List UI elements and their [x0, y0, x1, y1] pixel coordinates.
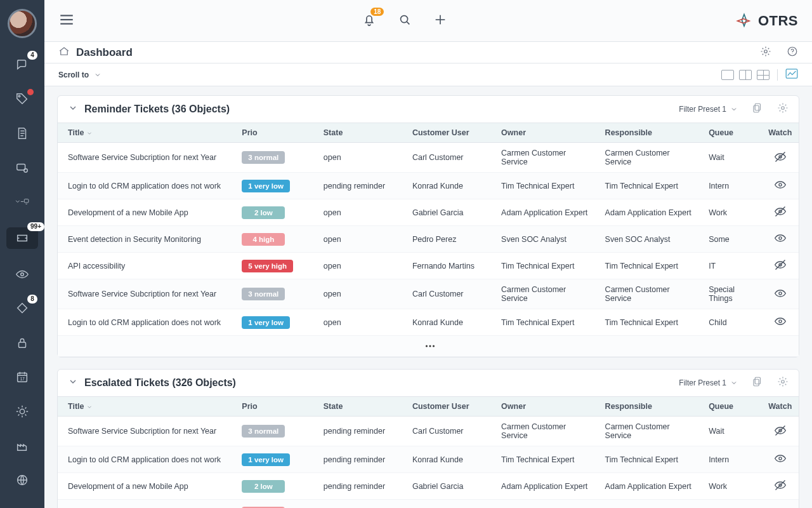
- watch-toggle[interactable]: [762, 309, 799, 336]
- cell-queue: Wait: [702, 143, 761, 173]
- sidebar-gear-cluster-icon[interactable]: [13, 403, 31, 420]
- sidebar-globe-icon[interactable]: [13, 471, 31, 489]
- sidebar-tag-icon[interactable]: [13, 90, 31, 108]
- section-settings-icon[interactable]: [777, 376, 789, 390]
- watch-toggle[interactable]: [762, 143, 799, 173]
- collapse-chevron-icon[interactable]: [68, 103, 78, 116]
- priority-badge: 2 low: [242, 206, 285, 219]
- cell-responsible: Adam Application Expert: [599, 473, 703, 500]
- copy-list-icon[interactable]: [752, 102, 763, 116]
- cell-title: Event detection in Security Monitoring: [58, 500, 235, 509]
- watch-toggle[interactable]: [762, 417, 799, 446]
- filter-preset-dropdown[interactable]: Filter Preset 1: [679, 105, 738, 114]
- column-header[interactable]: Owner: [495, 397, 599, 417]
- tickets-badge: 99+: [27, 222, 44, 231]
- sidebar-factory-icon[interactable]: [13, 437, 31, 455]
- page-title: Dashboard: [76, 46, 133, 59]
- notifications-bell-icon[interactable]: 18: [362, 13, 376, 29]
- add-icon[interactable]: [433, 13, 447, 29]
- table-row[interactable]: Software Service Subcription for next Ye…: [58, 279, 799, 309]
- cell-customer: Fernando Martins: [406, 253, 495, 279]
- cell-state: pending reminder: [317, 500, 406, 509]
- table-row[interactable]: Software Service Subcription for next Ye…: [58, 143, 799, 173]
- filter-preset-dropdown[interactable]: Filter Preset 1: [679, 378, 738, 387]
- layout-grid-icon[interactable]: [757, 70, 769, 80]
- column-header[interactable]: Responsible: [599, 123, 703, 143]
- search-icon[interactable]: [398, 13, 412, 29]
- cell-responsible: Carmen Customer Service: [599, 143, 703, 173]
- watch-toggle[interactable]: [762, 446, 799, 473]
- cell-owner: Carmen Customer Service: [495, 417, 599, 446]
- column-header[interactable]: Customer User: [406, 397, 495, 417]
- sidebar-cards-icon[interactable]: [13, 159, 31, 177]
- cell-queue: Work: [702, 473, 761, 500]
- priority-badge: 3 normal: [242, 288, 285, 300]
- cell-owner: Tim Technical Expert: [495, 446, 599, 473]
- column-header[interactable]: Watch: [762, 123, 799, 143]
- column-header[interactable]: Responsible: [599, 397, 703, 417]
- load-more-icon[interactable]: [58, 336, 799, 357]
- sidebar-diamond-icon[interactable]: 8: [13, 300, 31, 318]
- column-header[interactable]: Queue: [702, 123, 761, 143]
- column-header[interactable]: Owner: [495, 123, 599, 143]
- sidebar-article-icon[interactable]: [13, 124, 31, 142]
- hamburger-menu-icon[interactable]: [58, 11, 75, 30]
- column-header[interactable]: Prio: [235, 397, 317, 417]
- sidebar-lock-icon[interactable]: [13, 334, 31, 352]
- scroll-to-dropdown[interactable]: Scroll to: [58, 70, 89, 79]
- table-row[interactable]: Login to old CRM application does not wo…: [58, 446, 799, 473]
- column-header[interactable]: Watch: [762, 397, 799, 417]
- brand-text: OTRS: [758, 13, 798, 29]
- sidebar-tickets-icon[interactable]: 99+: [6, 227, 38, 249]
- cell-state: open: [317, 253, 406, 279]
- home-icon[interactable]: [58, 46, 70, 60]
- collapse-chevron-icon[interactable]: [68, 377, 78, 389]
- cell-state: open: [317, 279, 406, 309]
- watch-toggle[interactable]: [762, 500, 799, 509]
- watch-toggle[interactable]: [762, 253, 799, 279]
- column-header[interactable]: Title: [58, 397, 235, 417]
- cell-responsible: Carmen Customer Service: [599, 417, 703, 446]
- table-row[interactable]: API accessibility5 very highopenFernando…: [58, 253, 799, 279]
- table-row[interactable]: Development of a new Mobile App2 lowpend…: [58, 473, 799, 500]
- svg-point-38: [433, 345, 435, 347]
- chevron-down-icon[interactable]: [94, 71, 102, 79]
- table-row[interactable]: Login to old CRM application does not wo…: [58, 309, 799, 336]
- watch-toggle[interactable]: [762, 173, 799, 199]
- cell-state: open: [317, 226, 406, 253]
- copy-list-icon[interactable]: [752, 376, 763, 390]
- layout-single-icon[interactable]: [721, 70, 734, 80]
- avatar[interactable]: [8, 9, 37, 38]
- help-icon[interactable]: [787, 46, 798, 60]
- watch-toggle[interactable]: [762, 279, 799, 309]
- column-header[interactable]: Queue: [702, 397, 761, 417]
- section-settings-icon[interactable]: [777, 102, 789, 116]
- settings-gear-icon[interactable]: [760, 46, 771, 60]
- table-row[interactable]: Event detection in Security Monitoring4 …: [58, 226, 799, 253]
- table-row[interactable]: Development of a new Mobile App2 lowopen…: [58, 199, 799, 226]
- column-header[interactable]: State: [317, 123, 406, 143]
- cell-owner: Sven SOC Analyst: [495, 500, 599, 509]
- cell-owner: Adam Application Expert: [495, 473, 599, 500]
- sidebar-monitor-icon[interactable]: [13, 193, 31, 211]
- sidebar-eye-icon[interactable]: [13, 265, 31, 283]
- table-row[interactable]: Software Service Subcription for next Ye…: [58, 417, 799, 446]
- column-header[interactable]: Title: [58, 123, 235, 143]
- cell-responsible: Sven SOC Analyst: [599, 500, 703, 509]
- table-row[interactable]: Login to old CRM application does not wo…: [58, 173, 799, 199]
- watch-toggle[interactable]: [762, 199, 799, 226]
- layout-chart-icon[interactable]: [785, 69, 798, 81]
- watch-toggle[interactable]: [762, 226, 799, 253]
- sidebar-chat-icon[interactable]: 4: [13, 56, 31, 74]
- column-header[interactable]: Customer User: [406, 123, 495, 143]
- table-row[interactable]: Event detection in Security Monitoring4 …: [58, 500, 799, 509]
- column-header[interactable]: State: [317, 397, 406, 417]
- watch-toggle[interactable]: [762, 473, 799, 500]
- layout-split-v-icon[interactable]: [739, 70, 752, 80]
- cell-owner: Adam Application Expert: [495, 199, 599, 226]
- column-header[interactable]: Prio: [235, 123, 317, 143]
- cell-title: Login to old CRM application does not wo…: [58, 446, 235, 473]
- svg-point-21: [792, 53, 793, 54]
- cell-state: open: [317, 199, 406, 226]
- sidebar-calendar-icon[interactable]: 17: [13, 368, 31, 386]
